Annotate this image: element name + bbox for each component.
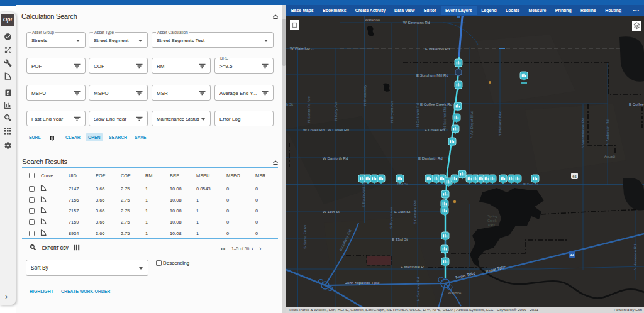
svg-text:N Broadway: N Broadway bbox=[363, 85, 367, 106]
svg-text:W 15th St: W 15th St bbox=[323, 209, 340, 214]
svg-text:2nd St: 2nd St bbox=[397, 182, 408, 186]
svg-text:E Coffee Creek Rd: E Coffee Creek Rd bbox=[420, 102, 452, 106]
svg-text:66: 66 bbox=[572, 175, 577, 178]
svg-text:E 2nd St: E 2nd St bbox=[523, 182, 538, 186]
svg-text:Park: Park bbox=[488, 223, 495, 227]
svg-text:E Covell Rd: E Covell Rd bbox=[425, 128, 445, 132]
svg-text:N Sooner Rd: N Sooner Rd bbox=[443, 107, 447, 129]
svg-text:N Air Depot Blvd: N Air Depot Blvd bbox=[470, 111, 474, 138]
svg-text:h St: h St bbox=[286, 102, 293, 106]
svg-text:E 15th St: E 15th St bbox=[394, 209, 410, 214]
svg-text:W Simmons Rd: W Simmons Rd bbox=[403, 20, 430, 25]
svg-text:W Covell Rd: W Covell Rd bbox=[303, 128, 325, 132]
svg-text:Spring: Spring bbox=[487, 214, 497, 218]
svg-text:Wilshire: Wilshire bbox=[448, 291, 462, 295]
svg-text:W Covell Rd: W Covell Rd bbox=[328, 128, 349, 132]
svg-text:E Coffee: E Coffee bbox=[629, 102, 644, 106]
svg-text:S Santa Fe Av: S Santa Fe Av bbox=[303, 225, 307, 249]
svg-text:E Memorial R…: E Memorial R… bbox=[401, 265, 428, 269]
svg-text:S Coltrane Rd: S Coltrane Rd bbox=[413, 200, 417, 224]
svg-text:N Midwest Blvd: N Midwest Blvd bbox=[498, 111, 502, 136]
svg-text:S Bryant Ave: S Bryant Ave bbox=[389, 207, 393, 229]
svg-text:N Hiwassee Rd: N Hiwassee Rd bbox=[633, 244, 637, 270]
svg-text:Waterloo: Waterloo bbox=[365, 18, 380, 22]
svg-text:E Danforth Rd: E Danforth Rd bbox=[418, 156, 443, 160]
svg-text:N Kelly Ave: N Kelly Ave bbox=[334, 101, 338, 121]
svg-text:N Coltrane Rd: N Coltrane Rd bbox=[416, 103, 419, 127]
svg-text:N Westminster Rd: N Westminster Rd bbox=[581, 118, 585, 148]
svg-text:Arcadi: Arcadi bbox=[604, 155, 615, 158]
svg-text:44: 44 bbox=[570, 253, 574, 257]
svg-text:Creek: Creek bbox=[487, 219, 497, 222]
svg-text:E Sorghum Mill Rd: E Sorghum Mill Rd bbox=[416, 73, 448, 77]
svg-text:E Waterloo Rd: E Waterloo Rd bbox=[425, 47, 450, 51]
svg-text:W Danforth Rd: W Danforth Rd bbox=[323, 156, 348, 160]
svg-text:N Anderson Rd: N Anderson Rd bbox=[606, 119, 609, 145]
svg-text:N Santa Fe Ave: N Santa Fe Ave bbox=[307, 96, 311, 123]
svg-text:W Waterloo …: W Waterloo … bbox=[290, 46, 314, 50]
svg-text:N Coltrane Rd: N Coltrane Rd bbox=[416, 277, 420, 301]
svg-text:S Boulevard St: S Boulevard St bbox=[362, 182, 365, 207]
svg-text:John Kilpatrick Tpke: John Kilpatrick Tpke bbox=[345, 280, 380, 285]
svg-text:N Bryant Ave: N Bryant Ave bbox=[390, 100, 394, 123]
svg-text:E 33rd St: E 33rd St bbox=[392, 237, 408, 241]
